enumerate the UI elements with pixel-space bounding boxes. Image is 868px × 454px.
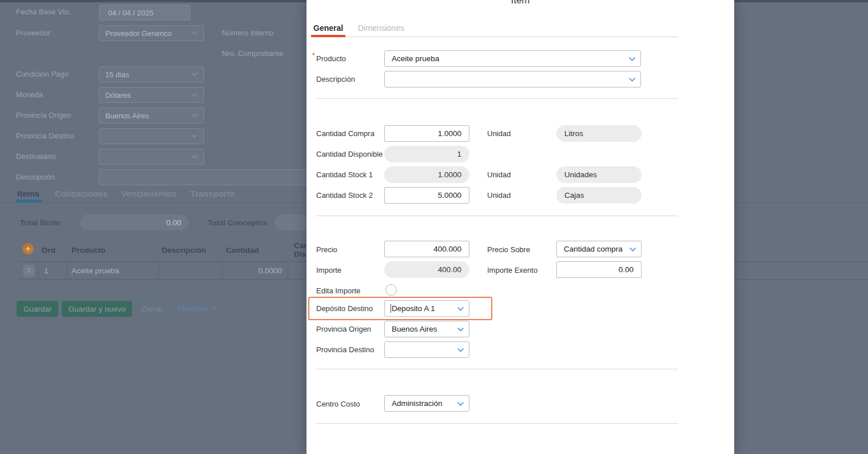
cantidad-stock2-input[interactable]: 5.0000 bbox=[384, 187, 469, 204]
cantidad-compra-input[interactable]: 1.0000 bbox=[384, 125, 469, 142]
condicion-pago-select[interactable]: 15 dias bbox=[99, 66, 204, 82]
chevron-down-icon bbox=[628, 77, 636, 82]
modal-tab-general[interactable]: General bbox=[313, 23, 343, 33]
unidad-stock2-value: Cajas bbox=[564, 191, 584, 200]
screen: Fecha Base Vto. * Proveedor Número Inter… bbox=[0, 0, 868, 454]
moneda-select[interactable]: Dólares bbox=[99, 87, 204, 103]
destinatario-select[interactable] bbox=[99, 149, 204, 165]
row-cantidad[interactable]: 0.0000 bbox=[229, 266, 282, 275]
row-producto[interactable]: Aceite prueba bbox=[71, 266, 119, 275]
unidad-compra-value: Litros bbox=[564, 129, 583, 138]
total-bruto-value: 0.00 bbox=[166, 218, 181, 227]
cantidad-disponible-label: Cantidad Disponible bbox=[316, 150, 383, 158]
producto-label: Producto bbox=[316, 54, 346, 63]
unidad-stock2-label: Unidad bbox=[487, 191, 511, 200]
tab-cotizaciones[interactable]: Cotizaciones bbox=[55, 189, 108, 198]
chevron-down-icon bbox=[191, 93, 198, 97]
modal-descripcion-select[interactable] bbox=[384, 71, 641, 87]
precio-sobre-select[interactable]: Cantidad compra bbox=[556, 241, 642, 257]
chevron-down-icon bbox=[457, 306, 464, 311]
cantidad-disponible-field: 1 bbox=[384, 146, 469, 162]
unidad-stock1-field: Unidades bbox=[556, 166, 642, 183]
cantidad-stock1-field: 1.0000 bbox=[384, 166, 469, 183]
precio-label: Precio bbox=[316, 245, 337, 254]
modal-provincia-destino-select[interactable] bbox=[384, 341, 469, 358]
table-col-line bbox=[158, 261, 159, 279]
unidad-stock1-label: Unidad bbox=[487, 170, 511, 179]
deposito-destino-value-wrap: Deposito A 1 bbox=[391, 304, 435, 313]
provincia-destino-select[interactable] bbox=[99, 128, 204, 144]
modal-tab-dimensiones[interactable]: Dimensiones bbox=[358, 23, 404, 33]
precio-value: 400.000 bbox=[433, 245, 461, 253]
centro-costo-label: Centro Costo bbox=[316, 400, 360, 408]
table-col-line bbox=[222, 261, 222, 279]
tab-transporte[interactable]: Transporte bbox=[190, 189, 235, 198]
provincia-origen-label: Provincia Origen bbox=[16, 111, 71, 120]
chevron-down-icon bbox=[191, 72, 198, 77]
table-col-line bbox=[288, 261, 288, 279]
deposito-destino-value: Deposito A 1 bbox=[392, 304, 435, 313]
chevron-down-icon bbox=[191, 113, 198, 118]
edita-importe-checkbox[interactable] bbox=[385, 284, 397, 296]
chevron-down-icon bbox=[191, 154, 198, 159]
dialog-title: Item bbox=[306, 0, 734, 6]
importe-exento-label: Importe Exento bbox=[487, 266, 537, 274]
chevron-down-icon bbox=[628, 57, 636, 61]
fecha-base-label: Fecha Base Vto. bbox=[16, 7, 71, 16]
provincia-origen-select[interactable]: Buenos Aires bbox=[99, 107, 204, 124]
modal-descripcion-label: Descripción bbox=[316, 75, 355, 83]
condicion-pago-label: Condición Pago bbox=[16, 70, 69, 78]
guardar-y-nuevo-button[interactable]: Guardar y nuevo bbox=[62, 301, 132, 317]
table-col-line bbox=[38, 261, 38, 279]
col-header-cantidad: Cantidad bbox=[226, 246, 259, 254]
importe-field: 400.00 bbox=[384, 261, 469, 278]
tab-items[interactable]: Items bbox=[17, 189, 39, 198]
condicion-pago-value: 15 dias bbox=[105, 70, 129, 79]
deposito-destino-select[interactable]: Deposito A 1 bbox=[384, 300, 469, 317]
proveedor-value: Proveedor Generico bbox=[105, 29, 172, 38]
cantidad-stock1-value: 1.0000 bbox=[438, 170, 461, 179]
centro-costo-select[interactable]: Administración bbox=[384, 395, 469, 412]
add-row-button[interactable]: + bbox=[22, 243, 34, 254]
descripcion-label: Descripción bbox=[16, 173, 55, 181]
guardar-button[interactable]: Guardar bbox=[17, 301, 58, 317]
modal-provincia-destino-label: Provincia Destino bbox=[316, 345, 374, 354]
chevron-down-icon bbox=[211, 306, 217, 310]
chevron-down-icon bbox=[629, 247, 636, 252]
modal-provincia-origen-select[interactable]: Buenos Aires bbox=[384, 321, 469, 337]
unidad-stock1-value: Unidades bbox=[564, 170, 597, 179]
item-dialog: Item General Dimensiones * Producto Acei… bbox=[306, 0, 734, 454]
chevron-down-icon bbox=[457, 401, 464, 406]
proveedor-select[interactable]: Proveedor Generico bbox=[99, 25, 204, 41]
chevron-down-icon bbox=[457, 327, 464, 332]
precio-sobre-value: Cantidad compra bbox=[564, 245, 623, 253]
importe-label: Importe bbox=[316, 266, 341, 274]
text-caret bbox=[391, 304, 391, 313]
section-separator bbox=[315, 423, 678, 424]
precio-sobre-label: Precio Sobre bbox=[487, 245, 530, 254]
unidad-compra-field: Litros bbox=[556, 125, 642, 142]
fecha-base-input[interactable]: 04 / 04 / 2025 bbox=[99, 5, 190, 21]
chevron-down-icon bbox=[457, 348, 464, 352]
row-ord: 1 bbox=[44, 266, 49, 275]
tab-vencimientos[interactable]: Vencimientos bbox=[121, 189, 177, 198]
importe-exento-input[interactable]: 0.00 bbox=[556, 261, 642, 278]
precio-input[interactable]: 400.000 bbox=[384, 241, 469, 257]
cantidad-disponible-value: 1 bbox=[457, 150, 461, 158]
importe-exento-value: 0.00 bbox=[619, 265, 634, 274]
producto-select[interactable]: Aceite prueba bbox=[384, 50, 641, 67]
nro-comprobante-label: Nro. Comprobante bbox=[222, 49, 283, 58]
unidad-compra-label: Unidad bbox=[487, 129, 511, 138]
section-separator bbox=[315, 98, 678, 99]
section-separator bbox=[315, 216, 678, 216]
provincia-origen-value: Buenos Aires bbox=[105, 111, 149, 120]
producto-required-mark: * bbox=[312, 51, 315, 59]
moneda-value: Dólares bbox=[105, 91, 131, 99]
total-conceptos-label: Total Conceptos bbox=[208, 218, 268, 227]
modal-active-tab-underline bbox=[311, 35, 345, 37]
plantillas-menu[interactable]: Plantillas bbox=[177, 304, 217, 313]
cerrar-button[interactable]: Cerrar bbox=[136, 301, 169, 317]
delete-row-button[interactable]: X bbox=[23, 265, 35, 277]
producto-value: Aceite prueba bbox=[392, 54, 439, 63]
plantillas-label: Plantillas bbox=[177, 304, 208, 313]
